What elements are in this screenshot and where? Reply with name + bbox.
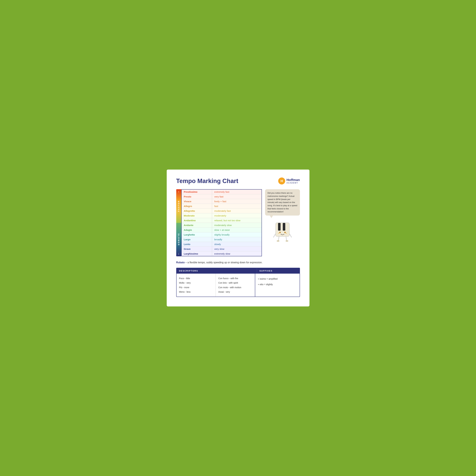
svg-point-12 bbox=[286, 240, 288, 242]
faster-label: FASTER bbox=[177, 200, 180, 212]
table-row: Allegro fast bbox=[181, 204, 262, 209]
descriptors-col1: Poco - little Molto - very Più - more Me… bbox=[177, 274, 216, 297]
table-row: Andantino relaxed, but not too slow bbox=[181, 218, 262, 223]
term-lento: Lento bbox=[181, 242, 212, 247]
list-item: Molto - very bbox=[179, 281, 213, 285]
logo-letter: H bbox=[281, 179, 283, 183]
list-item: + etto = slightly bbox=[258, 282, 297, 287]
meaning-moderato: moderately bbox=[212, 213, 262, 218]
table-row: Presto very fast bbox=[181, 194, 262, 199]
term-allegro: Allegro bbox=[181, 204, 212, 209]
meaning-allegretto: moderately fast bbox=[212, 209, 262, 213]
svg-point-14 bbox=[285, 233, 287, 234]
meaning-andante: moderately slow bbox=[212, 223, 262, 228]
logo-text: Hoffman ACADEMY bbox=[287, 178, 300, 184]
svg-line-7 bbox=[273, 234, 275, 237]
tempo-bar: ↑ FASTER SLOWER ↓ bbox=[176, 189, 181, 256]
svg-point-5 bbox=[280, 232, 280, 233]
svg-point-11 bbox=[277, 240, 279, 242]
list-item: Con fuoco - with fire bbox=[218, 276, 252, 281]
logo-name: Hoffman bbox=[287, 178, 300, 182]
rubato-definition: – a flexible tempo, subtly speeding up o… bbox=[185, 261, 262, 264]
logo-icon: H bbox=[278, 177, 285, 185]
term-larghetto: Larghetto bbox=[181, 232, 212, 237]
table-row: Andante moderately slow bbox=[181, 223, 262, 228]
table-header: DESCRIPTORS SUFFIXES bbox=[177, 268, 300, 274]
meaning-vivace: lively + fast bbox=[212, 199, 262, 204]
list-item: Con brio - with spirit bbox=[218, 281, 252, 285]
term-prestissimo: Prestissimo bbox=[181, 189, 212, 194]
meaning-larghetto: slighly broadly bbox=[212, 232, 262, 237]
table-row: Largo broadly bbox=[181, 237, 262, 242]
list-item: Poco - little bbox=[179, 276, 213, 281]
svg-rect-1 bbox=[278, 223, 281, 231]
list-item: Meno - less bbox=[179, 290, 213, 294]
list-item: Più - more bbox=[179, 285, 213, 290]
table-row: Moderato moderately bbox=[181, 213, 262, 218]
term-andante: Andante bbox=[181, 223, 212, 228]
meaning-andantino: relaxed, but not too slow bbox=[212, 218, 262, 223]
header: Tempo Marking Chart H Hoffman ACADEMY bbox=[176, 177, 300, 185]
table-row: Adagio slow + at ease bbox=[181, 228, 262, 232]
term-andantino: Andantino bbox=[181, 218, 212, 223]
table-row: Lento slowly bbox=[181, 242, 262, 247]
arrow-down-icon: ↓ bbox=[178, 252, 180, 255]
svg-point-6 bbox=[285, 232, 285, 233]
table-row: Larghetto slighly broadly bbox=[181, 232, 262, 237]
logo-subtitle: ACADEMY bbox=[287, 182, 300, 184]
meaning-grave: very slow bbox=[212, 247, 262, 251]
meaning-adagio: slow + at ease bbox=[212, 228, 262, 232]
term-largo: Largo bbox=[181, 237, 212, 242]
slower-bar: SLOWER ↓ bbox=[176, 223, 181, 256]
term-presto: Presto bbox=[181, 194, 212, 199]
table-row: Larghissimo extremely slow bbox=[181, 251, 262, 256]
term-grave: Grave bbox=[181, 247, 212, 251]
slower-label: SLOWER bbox=[177, 234, 180, 246]
descriptors-table: DESCRIPTORS SUFFIXES Poco - little Molto… bbox=[176, 268, 300, 297]
term-allegretto: Allegretto bbox=[181, 209, 212, 213]
svg-rect-0 bbox=[275, 223, 289, 237]
descriptors-col2: Con fuoco - with fire Con brio - with sp… bbox=[216, 274, 255, 297]
speech-bubble: Did you notice there are no metronome ma… bbox=[265, 189, 300, 216]
term-adagio: Adagio bbox=[181, 228, 212, 232]
arrow-up-icon: ↑ bbox=[178, 190, 180, 194]
faster-bar: ↑ FASTER bbox=[176, 189, 181, 223]
table-row: Prestissimo extremely fast bbox=[181, 189, 262, 194]
piano-mascot bbox=[265, 221, 300, 243]
meaning-allegro: fast bbox=[212, 204, 262, 209]
list-item: Assai - very bbox=[218, 290, 252, 294]
tempo-table: Prestissimo extremely fast Presto very f… bbox=[181, 189, 262, 256]
right-section: Did you notice there are no metronome ma… bbox=[265, 189, 300, 256]
list-item: Con moto - with motion bbox=[218, 285, 252, 290]
suffixes-body: + issimo = amplified + etto = slightly bbox=[255, 274, 299, 297]
rubato-section: Rubato – a flexible tempo, subtly speedi… bbox=[176, 261, 300, 264]
svg-point-13 bbox=[278, 233, 279, 234]
meaning-prestissimo: extremely fast bbox=[212, 189, 262, 194]
table-row: Vivace lively + fast bbox=[181, 199, 262, 204]
speech-bubble-text: Did you notice there are no metronome ma… bbox=[268, 192, 297, 213]
meaning-lento: slowly bbox=[212, 242, 262, 247]
meaning-larghissimo: extremely slow bbox=[212, 251, 262, 256]
logo: H Hoffman ACADEMY bbox=[278, 177, 300, 185]
svg-line-8 bbox=[289, 234, 291, 237]
svg-line-9 bbox=[278, 237, 279, 241]
page-title: Tempo Marking Chart bbox=[176, 177, 238, 185]
table-body: Poco - little Molto - very Più - more Me… bbox=[177, 274, 300, 297]
descriptors-body: Poco - little Molto - very Più - more Me… bbox=[177, 274, 255, 297]
svg-rect-2 bbox=[283, 223, 285, 231]
page-container: Tempo Marking Chart H Hoffman ACADEMY ↑ … bbox=[167, 170, 309, 306]
table-section: ↑ FASTER SLOWER ↓ Prestissimo extremely … bbox=[176, 189, 262, 256]
table-row: Allegretto moderately fast bbox=[181, 209, 262, 213]
meaning-presto: very fast bbox=[212, 194, 262, 199]
term-larghissimo: Larghissimo bbox=[181, 251, 212, 256]
meaning-largo: broadly bbox=[212, 237, 262, 242]
table-row: Grave very slow bbox=[181, 247, 262, 251]
suffixes-header: SUFFIXES bbox=[257, 268, 300, 274]
term-vivace: Vivace bbox=[181, 199, 212, 204]
mascot-svg bbox=[272, 221, 294, 243]
term-moderato: Moderato bbox=[181, 213, 212, 218]
list-item: + issimo = amplified bbox=[258, 276, 297, 282]
rubato-term: Rubato bbox=[176, 261, 185, 264]
svg-line-10 bbox=[286, 237, 287, 241]
main-content: ↑ FASTER SLOWER ↓ Prestissimo extremely … bbox=[176, 189, 300, 256]
